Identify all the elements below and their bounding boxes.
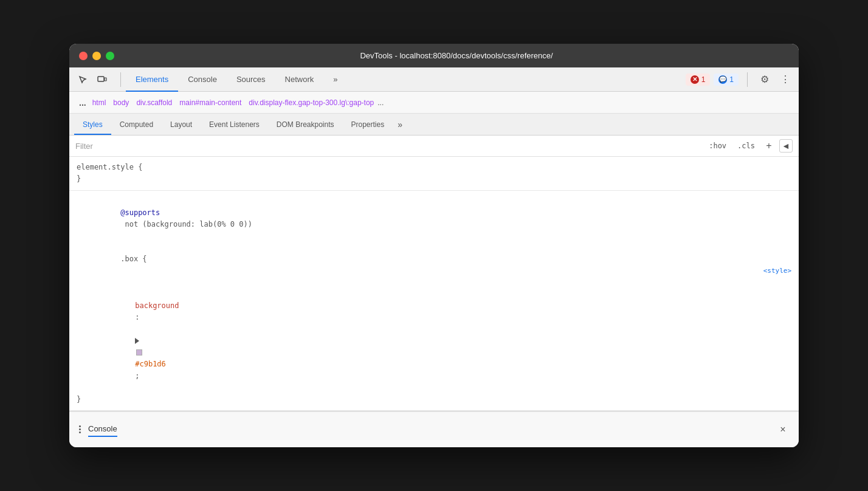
- hov-button[interactable]: :hov: [705, 140, 730, 151]
- traffic-lights: [79, 52, 114, 60]
- panel-tab-bar: Styles Computed Layout Event Listeners D…: [69, 114, 799, 136]
- drag-dot-1: [79, 425, 81, 427]
- breadcrumb-div-flex[interactable]: div.display-flex.gap-top-300.lg\:gap-top: [249, 98, 374, 107]
- breadcrumb-main[interactable]: main#main-content: [179, 98, 241, 107]
- panel-tab-properties[interactable]: Properties: [343, 114, 393, 135]
- tab-sources[interactable]: Sources: [227, 67, 275, 92]
- console-drawer: Console ×: [69, 411, 799, 447]
- info-icon: 💬: [718, 75, 727, 84]
- more-options-icon[interactable]: ⋮: [777, 71, 794, 88]
- panel-tab-styles[interactable]: Styles: [74, 114, 111, 135]
- breadcrumb-start-dots[interactable]: ...: [77, 98, 89, 108]
- device-toolbar-icon[interactable]: [94, 71, 111, 88]
- supports-condition: not (background: lab(0% 0 0)): [120, 220, 252, 228]
- svg-rect-0: [98, 77, 104, 81]
- breadcrumb-div-scaffold[interactable]: div.scaffold: [136, 98, 172, 107]
- main-toolbar: Elements Console Sources Network » ✕ 1 💬: [69, 67, 799, 92]
- tab-console[interactable]: Console: [178, 67, 227, 92]
- semicolon: ;: [135, 371, 139, 380]
- element-style-block: element.style { }: [69, 157, 799, 190]
- breadcrumb-bar: ... html body div.scaffold main#main-con…: [69, 92, 799, 114]
- drawer-drag-handle[interactable]: [77, 423, 83, 436]
- toolbar-icons: [74, 71, 111, 88]
- filter-input[interactable]: [75, 142, 700, 151]
- filter-bar: :hov .cls + ◄: [69, 136, 799, 157]
- property-name: background: [135, 301, 179, 310]
- minimize-button[interactable]: [92, 52, 101, 60]
- info-count: 1: [729, 75, 734, 84]
- drag-dot-2: [79, 428, 81, 430]
- color-swatch[interactable]: [136, 349, 142, 355]
- panel-tab-dom-breakpoints[interactable]: DOM Breakpoints: [268, 114, 343, 135]
- maximize-button[interactable]: [106, 52, 114, 60]
- panel-tab-layout[interactable]: Layout: [162, 114, 201, 135]
- element-style-close: }: [77, 173, 791, 185]
- styles-panel: :hov .cls + ◄ element.style { }: [69, 136, 799, 411]
- element-style-open: element.style {: [77, 162, 791, 173]
- style-link[interactable]: <style>: [763, 266, 791, 276]
- filter-actions: :hov .cls + ◄: [705, 139, 793, 153]
- console-drawer-title[interactable]: Console: [88, 424, 117, 434]
- drag-dot-3: [79, 431, 81, 433]
- color-expand-triangle[interactable]: [135, 338, 139, 344]
- titlebar: DevTools - localhost:8080/docs/devtools/…: [69, 44, 799, 67]
- selector-line: .box { <style>: [77, 242, 791, 289]
- inspect-icon[interactable]: [74, 71, 91, 88]
- tab-network[interactable]: Network: [275, 67, 324, 92]
- window-title: DevTools - localhost:8080/docs/devtools/…: [124, 51, 789, 60]
- property-line: background : #c9b1d6 ;: [77, 289, 791, 394]
- panel-tab-computed[interactable]: Computed: [111, 114, 162, 135]
- color-value: #c9b1d6: [135, 360, 166, 368]
- supports-block: @supports not (background: lab(0% 0 0)) …: [69, 191, 799, 411]
- breadcrumb-end-dots[interactable]: ...: [377, 98, 384, 107]
- breadcrumb-body[interactable]: body: [113, 98, 129, 107]
- error-icon: ✕: [691, 75, 699, 84]
- tab-more[interactable]: »: [323, 67, 347, 92]
- breadcrumb-html[interactable]: html: [92, 98, 106, 107]
- colon: :: [135, 313, 139, 321]
- collapse-button[interactable]: ◄: [779, 139, 793, 153]
- main-tab-bar: Elements Console Sources Network »: [126, 67, 686, 92]
- supports-keyword: @supports: [120, 208, 160, 217]
- panel-tab-event-listeners[interactable]: Event Listeners: [201, 114, 268, 135]
- error-badge-button[interactable]: ✕ 1: [686, 74, 711, 86]
- toolbar-divider-2: [747, 72, 748, 87]
- toolbar-right: ✕ 1 💬 1 ⚙ ⋮: [686, 71, 794, 88]
- tab-elements[interactable]: Elements: [126, 67, 178, 92]
- panel-tab-more[interactable]: »: [393, 114, 407, 135]
- devtools-window: DevTools - localhost:8080/docs/devtools/…: [69, 44, 799, 447]
- cls-button[interactable]: .cls: [734, 140, 759, 151]
- space: [135, 325, 139, 334]
- info-badge-button[interactable]: 💬 1: [714, 74, 739, 86]
- add-rule-button[interactable]: +: [762, 139, 776, 153]
- selector-text: .box {: [120, 255, 146, 263]
- settings-icon[interactable]: ⚙: [756, 71, 773, 88]
- toolbar-divider: [120, 72, 121, 87]
- supports-close: }: [77, 394, 791, 405]
- close-button[interactable]: [79, 52, 88, 60]
- close-drawer-button[interactable]: ×: [774, 421, 791, 438]
- supports-line: @supports not (background: lab(0% 0 0)): [77, 196, 791, 242]
- svg-rect-1: [105, 78, 106, 81]
- error-count: 1: [701, 75, 706, 84]
